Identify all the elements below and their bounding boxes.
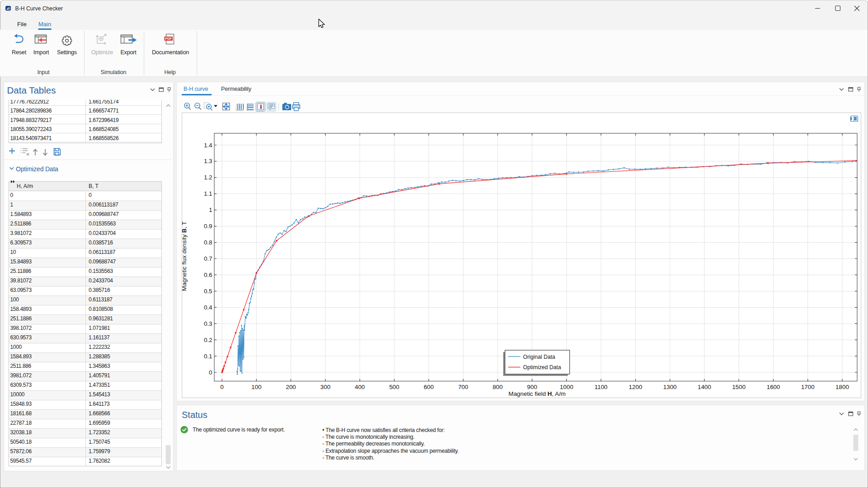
svg-text:1500: 1500 [732,384,745,390]
svg-text:1.1: 1.1 [204,190,212,197]
svg-text:1.3: 1.3 [204,158,212,164]
svg-text:400: 400 [355,384,365,390]
svg-text:0.4: 0.4 [204,304,212,311]
svg-text:700: 700 [458,384,468,390]
svg-text:100: 100 [251,384,261,390]
svg-text:0.1: 0.1 [204,353,212,360]
svg-text:0.9: 0.9 [204,223,212,230]
svg-text:0: 0 [220,384,223,390]
svg-text:1.4: 1.4 [204,142,212,149]
svg-text:0.6: 0.6 [204,272,212,278]
svg-text:Magnetic flux density B, T: Magnetic flux density B, T [181,221,188,291]
svg-text:200: 200 [286,384,296,390]
svg-text:0.7: 0.7 [204,255,212,262]
svg-text:0.2: 0.2 [204,337,212,343]
svg-text:1700: 1700 [801,384,815,390]
svg-text:0.3: 0.3 [204,320,212,327]
svg-text:1600: 1600 [767,384,780,390]
svg-text:600: 600 [424,384,434,390]
svg-text:0: 0 [209,369,212,376]
svg-text:1800: 1800 [835,384,849,390]
svg-text:500: 500 [389,384,399,390]
svg-text:900: 900 [527,384,537,390]
svg-text:300: 300 [321,384,330,390]
svg-text:800: 800 [493,384,503,390]
svg-text:1400: 1400 [698,384,711,390]
svg-text:1: 1 [209,206,212,213]
svg-text:Optimized Data: Optimized Data [523,364,561,371]
svg-text:PDF: PDF [165,37,172,41]
svg-text:1200: 1200 [629,384,642,390]
svg-text:1.2: 1.2 [204,174,212,181]
svg-text:0.5: 0.5 [204,288,212,295]
svg-text:1000: 1000 [560,384,573,390]
svg-text:Original Data: Original Data [523,354,555,360]
svg-text:Magnetic field H, A/m: Magnetic field H, A/m [509,390,566,397]
svg-text:1100: 1100 [594,384,608,390]
svg-text:1300: 1300 [663,384,677,390]
svg-text:0.8: 0.8 [204,239,212,246]
